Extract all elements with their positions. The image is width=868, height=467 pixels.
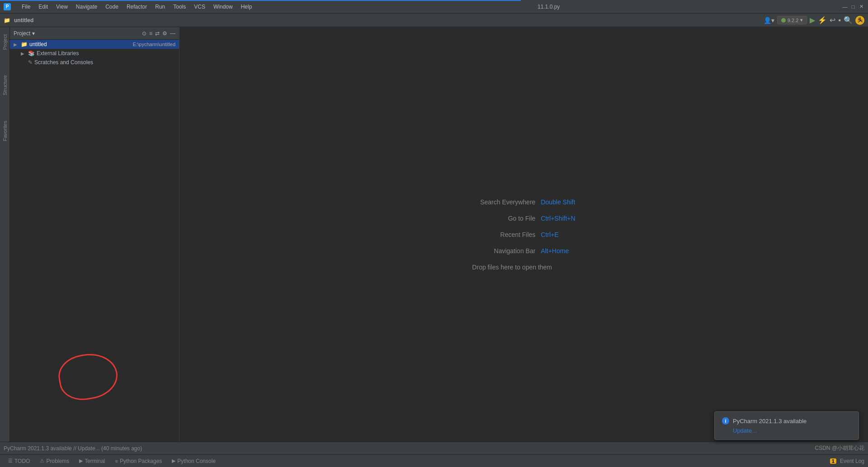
welcome-label-search: Search Everywhere xyxy=(472,198,535,206)
collapse-all-icon[interactable]: ≡ xyxy=(149,30,152,37)
toolbar-left: 📁 untitled xyxy=(4,17,33,24)
project-panel-header: Project ▾ ⊙ ≡ ⇄ ⚙ — xyxy=(10,27,179,40)
welcome-shortcut-search[interactable]: Double Shift xyxy=(541,198,575,206)
welcome-label-recentfiles: Recent Files xyxy=(472,231,535,238)
main-area: Project Structure Favorites Project ▾ ⊙ … xyxy=(0,27,868,442)
project-name-label: untitled xyxy=(14,17,33,24)
status-bar: PyCharm 2021.1.3 available // Update... … xyxy=(0,442,868,454)
tree-item-untitled[interactable]: ▶ 📁 untitled E:\pycharm\untitled xyxy=(10,40,179,49)
notification-header: i PyCharm 2021.1.3 available xyxy=(722,417,851,425)
project-tree: ▶ 📁 untitled E:\pycharm\untitled ▶ 📚 Ext… xyxy=(10,40,179,442)
tab-python-packages-label: Python Packages xyxy=(120,458,162,464)
tab-python-console-label: Python Console xyxy=(177,458,216,464)
status-bar-right: CSDN @小胡茸心花 xyxy=(815,444,864,452)
menu-navigate[interactable]: Navigate xyxy=(72,3,101,11)
menu-window[interactable]: Window xyxy=(210,3,236,11)
csdn-label: CSDN @小胡茸心花 xyxy=(815,444,864,452)
project-header-left: Project ▾ xyxy=(14,30,35,37)
locate-icon[interactable]: ⊙ xyxy=(142,30,146,37)
left-tab-strip: Project Structure Favorites xyxy=(0,27,10,442)
sidebar-item-structure[interactable]: Structure xyxy=(0,71,9,99)
settings-icon[interactable]: ⚙ xyxy=(162,30,167,37)
tree-label-scratches: Scratches and Consoles xyxy=(34,59,175,66)
title-bar-left: P File Edit View Navigate Code Refactor … xyxy=(4,3,255,11)
expand-icon[interactable]: ⇄ xyxy=(155,30,160,37)
external-lib-icon: 📚 xyxy=(28,50,35,57)
todo-icon: ☰ xyxy=(8,458,13,464)
welcome-row-search: Search Everywhere Double Shift xyxy=(472,198,575,206)
tree-label-untitled: untitled xyxy=(29,41,129,47)
loading-bar xyxy=(0,0,521,1)
maximize-button[interactable]: □ xyxy=(850,4,856,10)
tab-python-packages[interactable]: ≡ Python Packages xyxy=(111,457,167,465)
event-log-badge: 1 xyxy=(830,458,836,464)
version-label: 9.2.2 xyxy=(788,18,798,23)
title-bar: P File Edit View Navigate Code Refactor … xyxy=(0,0,868,14)
menu-code[interactable]: Code xyxy=(102,3,122,11)
project-header-actions: ⊙ ≡ ⇄ ⚙ — xyxy=(142,30,175,37)
bottom-tabs: ☰ TODO ⚠ Problems ▶ Terminal ≡ Python Pa… xyxy=(0,454,868,467)
welcome-shortcut-recentfiles[interactable]: Ctrl+E xyxy=(541,231,558,238)
tree-path-untitled: E:\pycharm\untitled xyxy=(133,42,175,47)
minimize-button[interactable]: — xyxy=(842,4,848,10)
problems-icon: ⚠ xyxy=(40,458,44,464)
tab-terminal[interactable]: ▶ Terminal xyxy=(75,457,109,465)
notification-update-link[interactable]: Update... xyxy=(733,427,851,434)
welcome-drop-label: Drop files here to open them xyxy=(472,264,552,271)
project-header-label: Project xyxy=(14,30,30,37)
rerun-button[interactable]: ↩ xyxy=(830,16,835,24)
title-center: 11.1.0.py xyxy=(538,4,560,10)
welcome-row-navbar: Navigation Bar Alt+Home xyxy=(472,247,575,255)
terminal-icon: ▶ xyxy=(79,458,83,464)
sidebar-item-project[interactable]: Project xyxy=(0,31,9,53)
tab-python-console[interactable]: ▶ Python Console xyxy=(167,457,220,465)
welcome-shortcut-navbar[interactable]: Alt+Home xyxy=(541,247,569,255)
close-button[interactable]: ✕ xyxy=(858,4,864,10)
folder-icon: 📁 xyxy=(21,41,28,47)
menu-vcs[interactable]: VCS xyxy=(190,3,209,11)
status-message: PyCharm 2021.1.3 available // Update... … xyxy=(4,445,142,452)
python-packages-icon: ≡ xyxy=(115,458,118,464)
menu-edit[interactable]: Edit xyxy=(35,3,52,11)
welcome-label-navbar: Navigation Bar xyxy=(472,247,535,255)
tab-terminal-label: Terminal xyxy=(85,458,105,464)
green-status-icon xyxy=(781,18,786,23)
tab-problems-label: Problems xyxy=(46,458,69,464)
user-icon[interactable]: 👤▾ xyxy=(764,17,774,24)
top-right-area: 👤▾ 9.2.2 ▾ ▶ ⚡ ↩ ▪ 🔍 头 xyxy=(764,16,864,25)
tree-item-external-libraries[interactable]: ▶ 📚 External Libraries xyxy=(10,49,179,58)
run-button[interactable]: ▶ xyxy=(810,16,815,24)
tab-todo-label: TODO xyxy=(14,458,30,464)
avatar: 头 xyxy=(855,16,864,25)
menu-run[interactable]: Run xyxy=(151,3,169,11)
search-everywhere-icon[interactable]: 🔍 xyxy=(844,16,853,24)
menu-refactor[interactable]: Refactor xyxy=(123,3,151,11)
version-badge[interactable]: 9.2.2 ▾ xyxy=(777,16,807,24)
menu-help[interactable]: Help xyxy=(237,3,256,11)
stop-button[interactable]: ▪ xyxy=(838,16,841,24)
tree-label-external-libraries: External Libraries xyxy=(37,50,175,57)
welcome-shortcut-gotofile[interactable]: Ctrl+Shift+N xyxy=(541,215,575,222)
debug-button[interactable]: ⚡ xyxy=(818,16,827,24)
python-console-icon: ▶ xyxy=(172,458,175,464)
menu-bar: File Edit View Navigate Code Refactor Ru… xyxy=(18,3,255,11)
welcome-row-recentfiles: Recent Files Ctrl+E xyxy=(472,231,575,238)
title-bar-right: — □ ✕ xyxy=(842,4,864,10)
menu-tools[interactable]: Tools xyxy=(170,3,189,11)
menu-file[interactable]: File xyxy=(18,3,34,11)
notification-popup: i PyCharm 2021.1.3 available Update... xyxy=(714,411,859,440)
menu-view[interactable]: View xyxy=(52,3,71,11)
tab-todo[interactable]: ☰ TODO xyxy=(4,457,34,465)
window-controls: — □ ✕ xyxy=(842,4,864,10)
event-log-label[interactable]: Event Log xyxy=(840,458,864,464)
sidebar-item-favorites[interactable]: Favorites xyxy=(0,117,9,145)
tree-arrow-external-icon: ▶ xyxy=(21,51,26,56)
close-panel-icon[interactable]: — xyxy=(170,30,175,37)
app-icon: P xyxy=(4,3,11,10)
project-panel: Project ▾ ⊙ ≡ ⇄ ⚙ — ▶ 📁 untitled E:\pych… xyxy=(10,27,179,442)
tab-problems[interactable]: ⚠ Problems xyxy=(35,457,74,465)
scratches-icon: ✎ xyxy=(28,59,33,66)
welcome-label-gotofile: Go to File xyxy=(472,215,535,222)
tree-item-scratches[interactable]: ✎ Scratches and Consoles xyxy=(10,58,179,67)
project-arrow-icon[interactable]: ▾ xyxy=(32,30,35,37)
